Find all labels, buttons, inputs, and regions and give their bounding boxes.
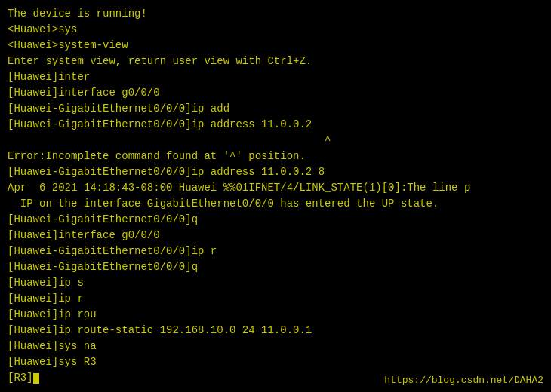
terminal-line: [Huawei]ip route-static 192.168.10.0 24 …: [8, 323, 543, 338]
terminal-line: Enter system view, return user view with…: [8, 54, 543, 69]
terminal-line: [Huawei-GigabitEthernet0/0/0]ip address …: [8, 164, 543, 180]
terminal-line: <Huawei>system-view: [8, 38, 543, 54]
terminal-line: Error:Incomplete command found at '^' po…: [8, 149, 543, 164]
terminal-line: ^: [8, 133, 543, 149]
terminal-line: [Huawei]interface g0/0/0: [8, 228, 543, 243]
terminal-line: The device is running!: [8, 6, 543, 22]
terminal-line: [Huawei]interface g0/0/0: [8, 85, 543, 101]
terminal-line: [Huawei-GigabitEthernet0/0/0]ip add: [8, 101, 543, 117]
terminal-line: [Huawei]inter: [8, 69, 543, 85]
terminal-line: Apr 6 2021 14:18:43-08:00 Huawei %%01IFN…: [8, 180, 543, 196]
watermark: https://blog.csdn.net/DAHA2: [384, 375, 543, 386]
terminal-line: <Huawei>sys: [8, 22, 543, 38]
terminal: The device is running!<Huawei>sys<Huawei…: [0, 0, 551, 392]
terminal-line: [Huawei-GigabitEthernet0/0/0]q: [8, 259, 543, 275]
terminal-line: [Huawei-GigabitEthernet0/0/0]q: [8, 212, 543, 228]
terminal-line: [Huawei-GigabitEthernet0/0/0]ip r: [8, 243, 543, 259]
terminal-line: [Huawei]ip rou: [8, 307, 543, 323]
terminal-line: [Huawei-GigabitEthernet0/0/0]ip address …: [8, 117, 543, 133]
terminal-line: IP on the interface GigabitEthernet0/0/0…: [8, 196, 543, 212]
terminal-cursor: [33, 373, 39, 384]
terminal-line: [Huawei]sys na: [8, 338, 543, 354]
terminal-line: [Huawei]ip s: [8, 275, 543, 291]
terminal-line: [Huawei]ip r: [8, 291, 543, 307]
terminal-line: [Huawei]sys R3: [8, 354, 543, 370]
